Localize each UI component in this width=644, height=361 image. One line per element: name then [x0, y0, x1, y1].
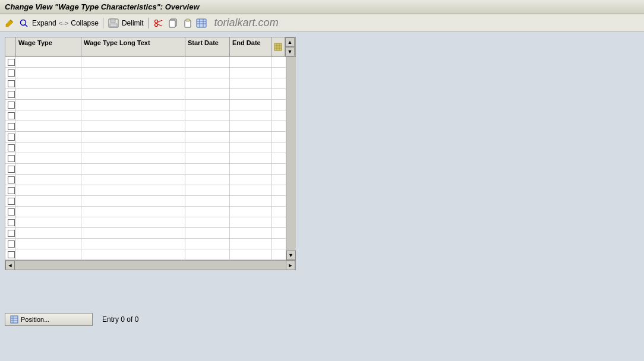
- end-date-cell[interactable]: [230, 121, 272, 132]
- vertical-scrollbar[interactable]: ▼: [286, 57, 295, 260]
- start-date-cell[interactable]: [185, 121, 230, 132]
- row-select-cell[interactable]: [5, 217, 16, 228]
- wage-type-long-cell[interactable]: [81, 185, 185, 196]
- end-date-cell[interactable]: [230, 100, 272, 110]
- wage-type-cell[interactable]: [16, 100, 81, 110]
- row-select-cell[interactable]: [5, 89, 16, 100]
- copy-icon[interactable]: [167, 18, 179, 28]
- end-date-cell[interactable]: [230, 196, 272, 207]
- row-select-cell[interactable]: [5, 207, 16, 217]
- wage-type-cell[interactable]: [16, 196, 81, 207]
- scroll-up-button[interactable]: ▲: [285, 37, 295, 47]
- table-row[interactable]: [5, 121, 286, 132]
- edit-icon[interactable]: [4, 18, 15, 28]
- row-select-cell[interactable]: [5, 249, 16, 260]
- start-date-cell[interactable]: [185, 217, 230, 228]
- start-date-cell[interactable]: [185, 153, 230, 164]
- table-row[interactable]: [5, 239, 286, 249]
- end-date-cell[interactable]: [230, 249, 272, 260]
- row-checkbox[interactable]: [8, 155, 15, 162]
- end-date-cell[interactable]: [230, 228, 272, 239]
- table-row[interactable]: [5, 132, 286, 142]
- paste-icon[interactable]: [181, 18, 193, 28]
- table-row[interactable]: [5, 175, 286, 185]
- wage-type-long-cell[interactable]: [81, 132, 185, 142]
- row-select-cell[interactable]: [5, 239, 16, 249]
- scroll-left-button[interactable]: ◄: [5, 261, 15, 270]
- end-date-cell[interactable]: [230, 207, 272, 217]
- collapse-button[interactable]: Collapse: [71, 19, 99, 27]
- wage-type-cell[interactable]: [16, 217, 81, 228]
- table-row[interactable]: [5, 249, 286, 260]
- row-select-cell[interactable]: [5, 57, 16, 68]
- table-row[interactable]: [5, 100, 286, 110]
- end-date-cell[interactable]: [230, 185, 272, 196]
- row-select-cell[interactable]: [5, 153, 16, 164]
- row-select-cell[interactable]: [5, 110, 16, 121]
- wage-type-long-cell[interactable]: [81, 89, 185, 100]
- wage-type-cell[interactable]: [16, 164, 81, 175]
- wage-type-cell[interactable]: [16, 249, 81, 260]
- row-checkbox[interactable]: [8, 251, 15, 258]
- start-date-cell[interactable]: [185, 110, 230, 121]
- row-checkbox[interactable]: [8, 198, 15, 205]
- start-date-cell[interactable]: [185, 57, 230, 68]
- table-row[interactable]: [5, 89, 286, 100]
- wage-type-cell[interactable]: [16, 68, 81, 78]
- wage-type-cell[interactable]: [16, 132, 81, 142]
- row-select-cell[interactable]: [5, 132, 16, 142]
- wage-type-cell[interactable]: [16, 207, 81, 217]
- row-select-cell[interactable]: [5, 175, 16, 185]
- position-button[interactable]: Position...: [5, 313, 93, 326]
- row-checkbox[interactable]: [8, 219, 15, 226]
- wage-type-cell[interactable]: [16, 185, 81, 196]
- wage-type-long-cell[interactable]: [81, 57, 185, 68]
- start-date-cell[interactable]: [185, 185, 230, 196]
- start-date-cell[interactable]: [185, 132, 230, 142]
- row-checkbox[interactable]: [8, 80, 15, 87]
- wage-type-long-cell[interactable]: [81, 239, 185, 249]
- wage-type-long-cell[interactable]: [81, 110, 185, 121]
- end-date-cell[interactable]: [230, 89, 272, 100]
- start-date-cell[interactable]: [185, 228, 230, 239]
- row-select-cell[interactable]: [5, 185, 16, 196]
- scroll-down-button2[interactable]: ▼: [285, 47, 295, 56]
- row-checkbox[interactable]: [8, 240, 15, 248]
- wage-type-long-cell[interactable]: [81, 249, 185, 260]
- table-row[interactable]: [5, 185, 286, 196]
- row-select-cell[interactable]: [5, 164, 16, 175]
- end-date-cell[interactable]: [230, 132, 272, 142]
- row-select-cell[interactable]: [5, 228, 16, 239]
- start-date-cell[interactable]: [185, 249, 230, 260]
- wage-type-long-cell[interactable]: [81, 175, 185, 185]
- table-row[interactable]: [5, 68, 286, 78]
- row-checkbox[interactable]: [8, 123, 15, 130]
- row-checkbox[interactable]: [8, 187, 15, 194]
- wage-type-long-cell[interactable]: [81, 100, 185, 110]
- start-date-cell[interactable]: [185, 239, 230, 249]
- end-date-cell[interactable]: [230, 153, 272, 164]
- row-select-cell[interactable]: [5, 196, 16, 207]
- start-date-cell[interactable]: [185, 78, 230, 89]
- wage-type-cell[interactable]: [16, 239, 81, 249]
- row-select-cell[interactable]: [5, 142, 16, 153]
- row-checkbox[interactable]: [8, 230, 15, 237]
- column-settings-icon[interactable]: [272, 37, 285, 56]
- start-date-cell[interactable]: [185, 142, 230, 153]
- wage-type-cell[interactable]: [16, 142, 81, 153]
- wage-type-cell[interactable]: [16, 110, 81, 121]
- save-icon[interactable]: [108, 18, 119, 28]
- wage-type-long-cell[interactable]: [81, 207, 185, 217]
- scroll-right-button[interactable]: ►: [286, 261, 295, 270]
- wage-type-cell[interactable]: [16, 89, 81, 100]
- end-date-cell[interactable]: [230, 110, 272, 121]
- start-date-cell[interactable]: [185, 196, 230, 207]
- row-checkbox[interactable]: [8, 176, 15, 183]
- wage-type-long-cell[interactable]: [81, 68, 185, 78]
- delimit-button[interactable]: Delimit: [122, 19, 144, 27]
- wage-type-long-cell[interactable]: [81, 228, 185, 239]
- wage-type-long-cell[interactable]: [81, 196, 185, 207]
- table-row[interactable]: [5, 142, 286, 153]
- wage-type-cell[interactable]: [16, 175, 81, 185]
- end-date-cell[interactable]: [230, 239, 272, 249]
